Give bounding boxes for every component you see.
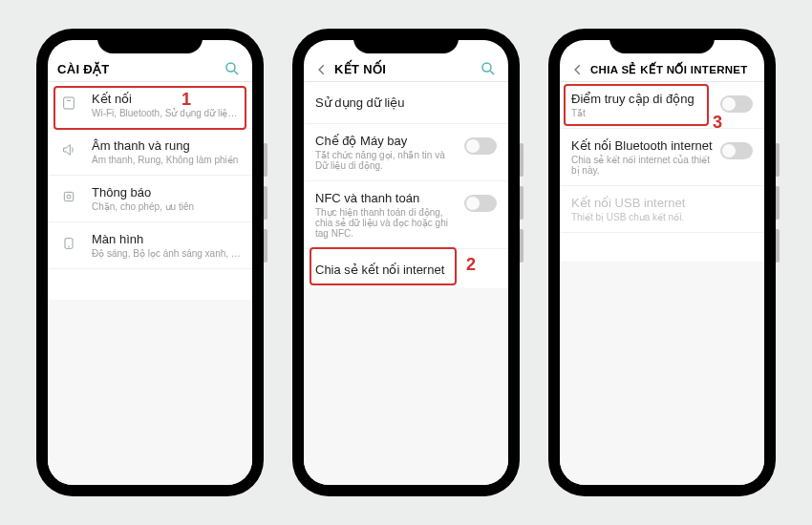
phone-1: CÀI ĐẶT Kết nối Wi-Fi, Bluetooth, Sử dụn… <box>36 29 264 496</box>
item-desc: Độ sáng, Bộ lọc ánh sáng xanh, Màn hì... <box>92 248 241 259</box>
tethering-list: Điểm truy cập di động Tắt Kết nối Blueto… <box>560 82 764 233</box>
search-icon[interactable] <box>224 60 243 79</box>
svg-point-7 <box>69 246 70 247</box>
side-button <box>264 229 267 262</box>
screen-connections: KẾT NỐI Sử dụng dữ liệu Chế độ Máy bay T… <box>304 40 508 485</box>
svg-line-1 <box>234 71 238 74</box>
back-icon[interactable] <box>313 61 331 78</box>
svg-point-5 <box>67 195 71 199</box>
phone-2: KẾT NỐI Sử dụng dữ liệu Chế độ Máy bay T… <box>292 29 520 496</box>
search-icon[interactable] <box>480 60 499 79</box>
item-label: Thông báo <box>92 185 241 200</box>
empty-area <box>304 288 508 485</box>
back-icon[interactable] <box>569 61 587 78</box>
empty-area <box>48 300 252 485</box>
svg-line-9 <box>490 71 494 74</box>
item-label: Kết nối Bluetooth internet <box>571 138 713 153</box>
display-icon <box>59 234 78 253</box>
item-desc: Tắt <box>571 108 713 118</box>
connections-list: Sử dụng dữ liệu Chế độ Máy bay Tắt chức … <box>304 82 508 291</box>
item-label: Chia sẻ kết nối internet <box>315 262 497 277</box>
page-title: CHIA SẺ KẾT NỐI INTERNET <box>590 63 755 76</box>
screen-tethering: CHIA SẺ KẾT NỐI INTERNET Điểm truy cập d… <box>560 40 764 485</box>
item-desc: Tắt chức năng gọi, nhắn tin và Dữ liệu d… <box>315 150 457 171</box>
item-label: Kết nối USB internet <box>571 196 753 210</box>
connections-icon <box>59 94 78 113</box>
settings-list: Kết nối Wi-Fi, Bluetooth, Sử dụng dữ liệ… <box>48 82 252 269</box>
phone-3: CHIA SẺ KẾT NỐI INTERNET Điểm truy cập d… <box>548 29 776 496</box>
item-desc: Chia sẻ kết nối internet của thiết bị nà… <box>571 155 713 176</box>
svg-rect-2 <box>64 97 75 109</box>
item-desc: Âm thanh, Rung, Không làm phiền <box>92 155 241 165</box>
item-label: Sử dụng dữ liệu <box>315 95 497 110</box>
item-data-usage[interactable]: Sử dụng dữ liệu <box>304 82 508 124</box>
item-sounds[interactable]: Âm thanh và rung Âm thanh, Rung, Không l… <box>48 129 252 176</box>
page-title: CÀI ĐẶT <box>57 62 224 76</box>
toggle-bluetooth-tether[interactable] <box>720 142 753 159</box>
item-mobile-hotspot[interactable]: Điểm truy cập di động Tắt <box>560 82 764 129</box>
phone-notch <box>353 29 459 53</box>
item-connections[interactable]: Kết nối Wi-Fi, Bluetooth, Sử dụng dữ liệ… <box>48 82 252 129</box>
side-button <box>520 186 524 220</box>
item-display[interactable]: Màn hình Độ sáng, Bộ lọc ánh sáng xanh, … <box>48 222 252 269</box>
side-button <box>776 143 780 177</box>
side-button <box>776 186 780 220</box>
item-usb-tethering: Kết nối USB internet Thiết bị USB chưa k… <box>560 186 764 233</box>
empty-area <box>560 262 764 485</box>
item-label: Điểm truy cập di động <box>571 92 713 106</box>
item-label: Màn hình <box>92 232 241 246</box>
svg-point-0 <box>226 63 235 72</box>
item-nfc-payment[interactable]: NFC và thanh toán Thực hiện thanh toán d… <box>304 181 508 249</box>
notifications-icon <box>59 187 78 206</box>
toggle-hotspot[interactable] <box>720 95 753 113</box>
side-button <box>264 143 267 177</box>
item-airplane-mode[interactable]: Chế độ Máy bay Tắt chức năng gọi, nhắn t… <box>304 124 508 181</box>
item-desc: Thiết bị USB chưa kết nối. <box>571 212 753 222</box>
side-button <box>520 229 524 262</box>
item-desc: Wi-Fi, Bluetooth, Sử dụng dữ liệu, Chế đ… <box>92 108 241 118</box>
item-notifications[interactable]: Thông báo Chặn, cho phép, ưu tiên <box>48 176 252 222</box>
item-label: NFC và thanh toán <box>315 191 457 205</box>
side-button <box>776 229 780 262</box>
toggle-nfc[interactable] <box>464 195 497 212</box>
svg-rect-4 <box>64 192 73 200</box>
item-desc: Thực hiện thanh toán di động, chia sẻ dữ… <box>315 207 457 239</box>
toggle-airplane[interactable] <box>464 137 497 155</box>
screen-settings: CÀI ĐẶT Kết nối Wi-Fi, Bluetooth, Sử dụn… <box>48 40 252 485</box>
side-button <box>520 143 524 177</box>
item-share-internet[interactable]: Chia sẻ kết nối internet <box>304 249 508 291</box>
svg-point-8 <box>482 63 491 72</box>
item-desc: Chặn, cho phép, ưu tiên <box>92 201 241 212</box>
page-title: KẾT NỐI <box>334 62 480 76</box>
item-label: Chế độ Máy bay <box>315 134 457 148</box>
item-label: Kết nối <box>92 92 241 106</box>
item-bluetooth-tethering[interactable]: Kết nối Bluetooth internet Chia sẻ kết n… <box>560 129 764 186</box>
phone-notch <box>609 29 715 53</box>
sound-icon <box>59 140 78 159</box>
phone-notch <box>97 29 203 53</box>
side-button <box>264 186 267 220</box>
item-label: Âm thanh và rung <box>92 138 241 153</box>
